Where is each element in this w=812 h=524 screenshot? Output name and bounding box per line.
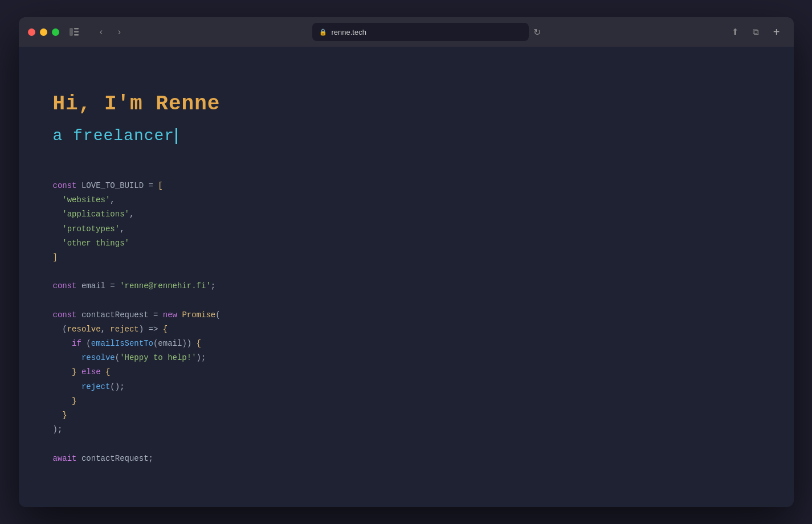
browser-window: ‹ › 🔒 renne.tech ↻ ⬆ ⧉ + <box>19 17 794 507</box>
code-line-19 <box>53 437 760 451</box>
hero-title: Hi, I'm Renne <box>53 92 760 116</box>
lock-icon: 🔒 <box>319 28 327 36</box>
code-line-2: 'websites', <box>53 193 760 207</box>
code-line-3: 'applications', <box>53 207 760 222</box>
code-line-13: resolve('Heppy to help!'); <box>53 351 760 365</box>
share-button[interactable]: ⬆ <box>728 24 744 40</box>
code-line-20: await contactRequest; <box>53 452 760 466</box>
minimize-button[interactable] <box>40 28 47 36</box>
address-bar[interactable]: 🔒 renne.tech <box>312 23 529 41</box>
close-button[interactable] <box>28 28 35 36</box>
page-content: Hi, I'm Renne a freelancer const LOVE_TO… <box>19 47 794 507</box>
hero-subtitle: a freelancer <box>53 127 760 145</box>
url-text: renne.tech <box>332 28 366 36</box>
svg-rect-0 <box>70 28 73 36</box>
code-line-5: 'other things' <box>53 236 760 251</box>
code-line-9 <box>53 294 760 308</box>
back-button[interactable]: ‹ <box>93 24 109 40</box>
code-line-18: ); <box>53 423 760 437</box>
nav-buttons: ‹ › <box>93 24 128 40</box>
forward-button[interactable]: › <box>112 24 128 40</box>
code-line-8: const email = 'renne@rennehir.fi'; <box>53 279 760 293</box>
code-line-12: if (emailIsSentTo(email)) { <box>53 337 760 351</box>
svg-rect-2 <box>74 31 79 33</box>
maximize-button[interactable] <box>52 28 59 36</box>
sidebar-toggle-button[interactable] <box>66 24 82 40</box>
duplicate-tab-button[interactable]: ⧉ <box>748 24 764 40</box>
code-line-14: } else { <box>53 365 760 379</box>
code-line-16: } <box>53 394 760 408</box>
hero-subtitle-text: a freelancer <box>53 127 175 145</box>
traffic-lights <box>28 28 59 36</box>
code-line-11: (resolve, reject) => { <box>53 322 760 337</box>
refresh-button[interactable]: ↻ <box>531 23 543 41</box>
code-line-4: 'prototypes', <box>53 222 760 236</box>
code-line-6: ] <box>53 251 760 265</box>
svg-rect-1 <box>74 28 79 30</box>
code-line-17: } <box>53 408 760 423</box>
cursor <box>176 128 177 144</box>
address-bar-container: 🔒 renne.tech ↻ <box>134 23 721 41</box>
code-line-15: reject(); <box>53 380 760 394</box>
toolbar-right: ⬆ ⧉ + <box>728 24 785 40</box>
code-line-1: const LOVE_TO_BUILD = [ <box>53 179 760 193</box>
code-line-7 <box>53 265 760 279</box>
svg-rect-3 <box>74 34 79 36</box>
code-line-10: const contactRequest = new Promise( <box>53 308 760 322</box>
new-tab-button[interactable]: + <box>769 24 785 40</box>
title-bar: ‹ › 🔒 renne.tech ↻ ⬆ ⧉ + <box>19 17 794 47</box>
code-block: const LOVE_TO_BUILD = [ 'websites', 'app… <box>53 179 760 466</box>
